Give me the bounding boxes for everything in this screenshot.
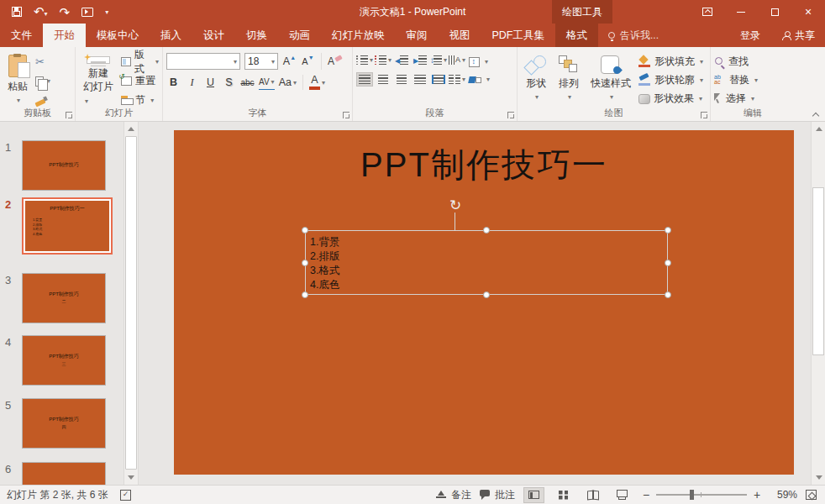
reading-view-button[interactable] bbox=[582, 487, 603, 503]
align-right-button[interactable] bbox=[393, 72, 410, 87]
scrollbar-thumb[interactable] bbox=[812, 187, 824, 355]
slide-3-preview[interactable]: PPT制作技巧 二 bbox=[22, 273, 106, 323]
zoom-out-button[interactable]: − bbox=[641, 488, 651, 501]
tab-format[interactable]: 格式 bbox=[555, 24, 598, 47]
reset-button[interactable]: 重置 bbox=[121, 74, 159, 88]
align-center-button[interactable] bbox=[375, 72, 391, 87]
find-button[interactable]: 查找 bbox=[714, 55, 791, 69]
start-slideshow-icon[interactable] bbox=[81, 8, 93, 17]
paragraph-dialog-launcher[interactable] bbox=[507, 112, 514, 118]
collapse-ribbon-button[interactable] bbox=[812, 113, 820, 118]
change-case-button[interactable]: Aa bbox=[279, 75, 297, 90]
font-color-button[interactable]: A bbox=[309, 75, 325, 90]
cut-icon[interactable]: ✂ bbox=[35, 55, 50, 69]
share-button[interactable]: 共享 bbox=[772, 29, 825, 43]
bullets-button[interactable] bbox=[356, 53, 373, 67]
comments-button[interactable]: 批注 bbox=[480, 488, 515, 502]
slide-2-preview[interactable]: PPT制作技巧一 1.背景 2.排版 3.格式 4.底色 bbox=[25, 201, 109, 251]
scroll-up-arrow[interactable] bbox=[125, 123, 137, 135]
tab-design[interactable]: 设计 bbox=[192, 24, 235, 47]
copy-button[interactable]: ▾ bbox=[35, 74, 50, 88]
fit-to-window-button[interactable] bbox=[806, 490, 817, 500]
normal-view-button[interactable] bbox=[523, 487, 544, 503]
columns-button[interactable] bbox=[449, 72, 465, 87]
thumbnail-slide-6[interactable]: 6 bbox=[5, 462, 123, 485]
shape-fill-button[interactable]: 形状填充 bbox=[638, 55, 703, 69]
resize-handle-n[interactable] bbox=[483, 227, 490, 234]
slide-6-preview[interactable] bbox=[22, 462, 106, 485]
clipboard-dialog-launcher[interactable] bbox=[66, 112, 72, 118]
decrease-indent-button[interactable]: ◀ bbox=[393, 53, 410, 67]
font-dialog-launcher[interactable] bbox=[343, 112, 349, 118]
increase-indent-button[interactable]: ▶ bbox=[412, 53, 428, 67]
tab-file[interactable]: 文件 bbox=[0, 24, 43, 47]
qat-customize-button[interactable]: ▾ bbox=[105, 8, 108, 16]
notes-button[interactable]: 备注 bbox=[436, 488, 471, 502]
tab-home[interactable]: 开始 bbox=[43, 24, 86, 47]
zoom-slider-thumb[interactable] bbox=[690, 490, 694, 500]
resize-handle-se[interactable] bbox=[665, 291, 671, 298]
scroll-up-arrow[interactable] bbox=[813, 123, 825, 135]
resize-handle-ne[interactable] bbox=[665, 227, 671, 234]
scrollbar-thumb[interactable] bbox=[125, 136, 137, 470]
slideshow-view-button[interactable] bbox=[612, 487, 633, 503]
slide-title-text[interactable]: PPT制作技巧一 bbox=[174, 142, 794, 188]
shape-outline-button[interactable]: 形状轮廓 bbox=[638, 73, 703, 87]
ribbon-display-options-button[interactable] bbox=[691, 0, 724, 24]
redo-button[interactable]: ↷ bbox=[60, 6, 71, 18]
tab-insert[interactable]: 插入 bbox=[150, 24, 192, 47]
layout-button[interactable]: 版式 bbox=[121, 55, 159, 69]
clear-formatting-button[interactable]: A bbox=[328, 55, 340, 67]
tab-transitions[interactable]: 切换 bbox=[235, 24, 278, 47]
text-direction-button[interactable] bbox=[449, 53, 465, 67]
quick-styles-button[interactable]: 快速样式 bbox=[586, 51, 635, 108]
select-button[interactable]: 选择 bbox=[714, 92, 791, 106]
resize-handle-sw[interactable] bbox=[302, 291, 308, 298]
maximize-button[interactable] bbox=[758, 0, 791, 24]
align-left-button[interactable] bbox=[356, 72, 373, 87]
tell-me-box[interactable]: 告诉我... bbox=[598, 24, 669, 47]
close-button[interactable]: × bbox=[791, 0, 825, 24]
line-spacing-button[interactable]: ↕ bbox=[430, 53, 447, 67]
resize-handle-s[interactable] bbox=[483, 291, 490, 298]
zoom-in-button[interactable]: + bbox=[752, 488, 762, 501]
replace-button[interactable]: abac替换 bbox=[714, 73, 791, 87]
bold-button[interactable]: B bbox=[166, 75, 181, 90]
tab-pdf-tools[interactable]: PDF工具集 bbox=[481, 24, 556, 47]
rotate-handle[interactable]: ↻ bbox=[449, 199, 462, 213]
thumbnail-slide-4[interactable]: 4 PPT制作技巧 三 bbox=[5, 335, 123, 386]
shrink-font-button[interactable]: A▼ bbox=[301, 54, 315, 69]
tab-animations[interactable]: 动画 bbox=[278, 24, 321, 47]
character-spacing-button[interactable]: AV bbox=[259, 75, 275, 90]
distribute-button[interactable] bbox=[430, 72, 447, 87]
zoom-percentage[interactable]: 59% bbox=[770, 489, 797, 501]
sign-in-button[interactable]: 登录 bbox=[732, 29, 769, 43]
align-text-button[interactable] bbox=[469, 55, 490, 69]
format-painter-button[interactable] bbox=[35, 93, 50, 108]
zoom-slider[interactable] bbox=[656, 494, 747, 496]
resize-handle-e[interactable] bbox=[665, 260, 671, 266]
minimize-button[interactable] bbox=[724, 0, 758, 24]
shape-effects-button[interactable]: 形状效果 bbox=[638, 92, 703, 106]
numbering-button[interactable] bbox=[375, 53, 391, 67]
editor-scrollbar[interactable] bbox=[811, 122, 825, 485]
thumbnail-slide-1[interactable]: 1 PPT制作技巧 bbox=[5, 140, 123, 191]
text-box-content[interactable]: 1.背景 2.排版 3.格式 4.底色 bbox=[306, 231, 667, 292]
font-name-combo[interactable]: ▾ bbox=[166, 53, 240, 70]
slide-canvas[interactable]: PPT制作技巧一 ↻ 1.背景 2.排版 3.格式 4.底色 bbox=[174, 130, 794, 475]
slide-1-preview[interactable]: PPT制作技巧 bbox=[22, 140, 106, 191]
tab-template-center[interactable]: 模板中心 bbox=[86, 24, 150, 47]
save-icon[interactable] bbox=[12, 7, 22, 17]
grow-font-button[interactable]: A▲ bbox=[282, 54, 297, 69]
scroll-down-arrow[interactable] bbox=[813, 471, 825, 484]
drawing-dialog-launcher[interactable] bbox=[701, 112, 707, 118]
spell-check-icon[interactable] bbox=[120, 490, 131, 501]
paste-button[interactable]: 粘贴 bbox=[3, 51, 32, 108]
section-button[interactable]: 节 bbox=[121, 93, 159, 108]
slide-5-preview[interactable]: PPT制作技巧 四 bbox=[22, 398, 106, 449]
tab-view[interactable]: 视图 bbox=[439, 24, 481, 47]
scroll-down-arrow[interactable] bbox=[125, 471, 137, 484]
resize-handle-nw[interactable] bbox=[302, 227, 308, 234]
slide-sorter-view-button[interactable] bbox=[553, 487, 574, 503]
thumbnail-scrollbar[interactable] bbox=[123, 122, 139, 485]
